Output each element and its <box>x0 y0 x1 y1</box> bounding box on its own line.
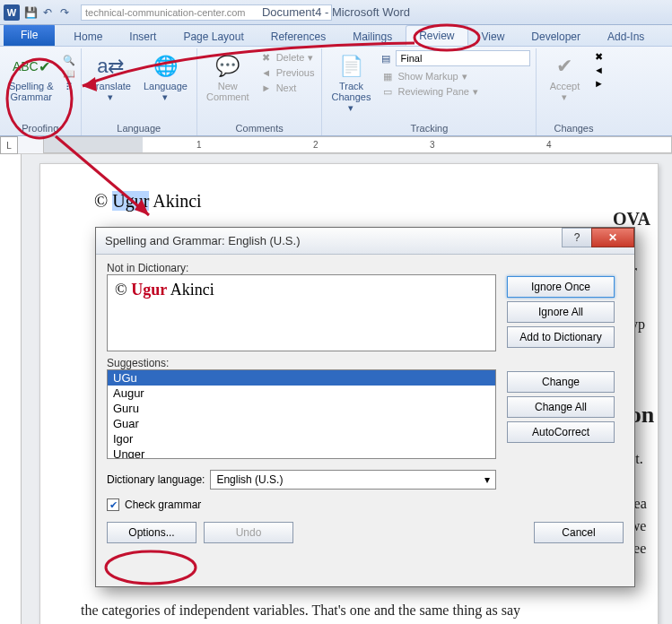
tab-developer[interactable]: Developer <box>518 26 594 46</box>
tab-mailings[interactable]: Mailings <box>339 26 406 46</box>
translate-label: Translate <box>91 81 131 91</box>
new-comment-icon: 💬 <box>214 52 242 81</box>
undo-button[interactable]: Undo <box>204 522 293 543</box>
add-to-dictionary-button[interactable]: Add to Dictionary <box>507 326 615 348</box>
title-bar: W 💾 ↶ ↷ technical-communication-center.c… <box>0 0 672 25</box>
abc-check-icon: ABC✔ <box>17 52 46 81</box>
reviewing-pane-item[interactable]: ▭Reviewing Pane ▾ <box>380 84 530 99</box>
document-text-line[interactable]: © Ugur Akinci <box>94 191 604 212</box>
suggestions-listbox[interactable]: UGu Augur Guru Guar Igor Unger <box>107 369 496 459</box>
cancel-button[interactable]: Cancel <box>534 522 624 543</box>
track-changes-button[interactable]: 📄 Track Changes ▾ <box>327 50 374 115</box>
help-button[interactable]: ? <box>562 228 592 247</box>
tab-page-layout[interactable]: Page Layout <box>170 26 257 46</box>
next-icon: ► <box>260 82 273 94</box>
suggestion-item[interactable]: Unger <box>108 446 495 459</box>
language-button[interactable]: 🌐 Language ▾ <box>140 50 191 104</box>
tab-selector[interactable]: L <box>0 136 18 154</box>
ruler-strip[interactable]: 1 2 3 4 <box>43 136 672 153</box>
dialog-title-bar[interactable]: Spelling and Grammar: English (U.S.) ? ✕ <box>96 228 634 255</box>
delete-comment-item[interactable]: ✖Delete ▾ <box>258 50 317 65</box>
next-comment-item[interactable]: ►Next <box>258 81 317 95</box>
tab-file[interactable]: File <box>4 24 55 46</box>
translate-button[interactable]: a⇄ Translate ▾ <box>87 50 135 104</box>
display-for-review-select[interactable] <box>396 50 530 66</box>
check-grammar-checkbox[interactable]: ✔ <box>107 498 119 511</box>
undo-icon[interactable]: ↶ <box>40 5 55 20</box>
next-change-icon[interactable]: ► <box>592 77 605 90</box>
chevron-down-icon: ▾ <box>484 473 490 486</box>
save-icon[interactable]: 💾 <box>23 5 38 20</box>
quick-access-toolbar[interactable]: 💾 ↶ ↷ <box>23 5 72 20</box>
group-label-changes: Changes <box>554 121 593 135</box>
spelling-grammar-button[interactable]: ABC✔ Spelling & Grammar <box>5 50 57 104</box>
suggestion-item[interactable]: UGu <box>108 370 495 386</box>
tab-addins[interactable]: Add-Ins <box>594 26 658 46</box>
selected-word: Ugur <box>112 191 149 211</box>
dialog-title-text: Spelling and Grammar: English (U.S.) <box>105 234 300 247</box>
group-changes: ✔ Accept ▾ ✖ ◄ ► Changes <box>537 48 610 135</box>
suggestion-item[interactable]: Igor <box>108 431 495 446</box>
redo-icon[interactable]: ↷ <box>57 5 72 20</box>
address-bar: technical-communication-center.com <box>81 4 332 21</box>
dictionary-language-select[interactable]: English (U.S.) ▾ <box>210 470 496 490</box>
options-button[interactable]: Options... <box>107 522 196 543</box>
markup-icon: ▦ <box>381 70 394 82</box>
ruler-mark: 3 <box>430 140 435 150</box>
misspelled-word: Ugur <box>131 281 167 299</box>
not-in-dict-textbox[interactable]: © Ugur Akinci <box>107 274 496 351</box>
ruler-mark: 1 <box>196 140 202 150</box>
group-proofing: ABC✔ Spelling & Grammar 🔍 📖 ⠿ Proofing <box>0 48 82 135</box>
autocorrect-button[interactable]: AutoCorrect <box>507 421 615 443</box>
delete-icon: ✖ <box>260 51 273 64</box>
ignore-once-button[interactable]: Ignore Once <box>507 276 615 298</box>
language-icon: 🌐 <box>151 52 179 81</box>
pane-icon: ▭ <box>381 85 394 98</box>
spelling-grammar-dialog: Spelling and Grammar: English (U.S.) ? ✕… <box>95 227 635 587</box>
change-all-button[interactable]: Change All <box>507 396 615 418</box>
close-button[interactable]: ✕ <box>591 228 634 247</box>
thesaurus-icon[interactable]: 📖 <box>63 67 75 80</box>
app-icon: W <box>4 4 20 21</box>
new-comment-label: New Comment <box>206 81 249 102</box>
change-button[interactable]: Change <box>507 371 615 393</box>
prev-change-icon[interactable]: ◄ <box>592 64 605 76</box>
reject-icon[interactable]: ✖ <box>592 50 605 63</box>
dictionary-language-value: English (U.S.) <box>216 473 283 486</box>
background-paragraph: the categories of independent variables.… <box>81 602 663 620</box>
ribbon: ABC✔ Spelling & Grammar 🔍 📖 ⠿ Proofing a… <box>0 47 672 136</box>
ignore-all-button[interactable]: Ignore All <box>507 301 615 323</box>
accept-button[interactable]: ✔ Accept ▾ <box>542 50 587 104</box>
group-label-language: Language <box>117 121 161 135</box>
track-changes-label: Track Changes <box>331 81 371 102</box>
research-icon[interactable]: 🔍 <box>63 54 75 66</box>
tab-view[interactable]: View <box>468 26 519 46</box>
dictionary-language-label: Dictionary language: <box>107 473 205 486</box>
language-label: Language <box>144 81 188 91</box>
group-label-comments: Comments <box>236 121 284 135</box>
suggestion-item[interactable]: Augur <box>108 386 495 401</box>
previous-comment-item[interactable]: ◄Previous <box>258 65 317 80</box>
new-comment-button[interactable]: 💬 New Comment <box>203 50 253 104</box>
wordcount-icon[interactable]: ⠿ <box>63 81 75 93</box>
ribbon-tabs: File Home Insert Page Layout References … <box>0 25 672 47</box>
suggestion-item[interactable]: Guru <box>108 401 495 416</box>
tab-home[interactable]: Home <box>60 26 116 46</box>
spelling-grammar-label: Spelling & Grammar <box>9 81 54 102</box>
vertical-ruler[interactable] <box>0 154 22 624</box>
tab-review[interactable]: Review <box>406 25 467 46</box>
copyright-symbol: © <box>115 281 127 299</box>
tab-references[interactable]: References <box>257 26 339 46</box>
suggestion-item[interactable]: Guar <box>108 416 495 431</box>
group-label-proofing: Proofing <box>22 121 58 135</box>
accept-icon: ✔ <box>550 52 579 81</box>
context-word: Akinci <box>167 281 214 299</box>
copyright-symbol: © <box>94 191 108 211</box>
accept-label: Accept <box>550 81 580 91</box>
suggestions-label: Suggestions: <box>107 357 496 369</box>
horizontal-ruler: L 1 2 3 4 <box>0 136 672 154</box>
group-comments: 💬 New Comment ✖Delete ▾ ◄Previous ►Next … <box>197 48 322 135</box>
not-in-dict-label: Not in Dictionary: <box>107 262 496 274</box>
tab-insert[interactable]: Insert <box>116 26 170 46</box>
show-markup-item[interactable]: ▦Show Markup ▾ <box>380 69 530 83</box>
